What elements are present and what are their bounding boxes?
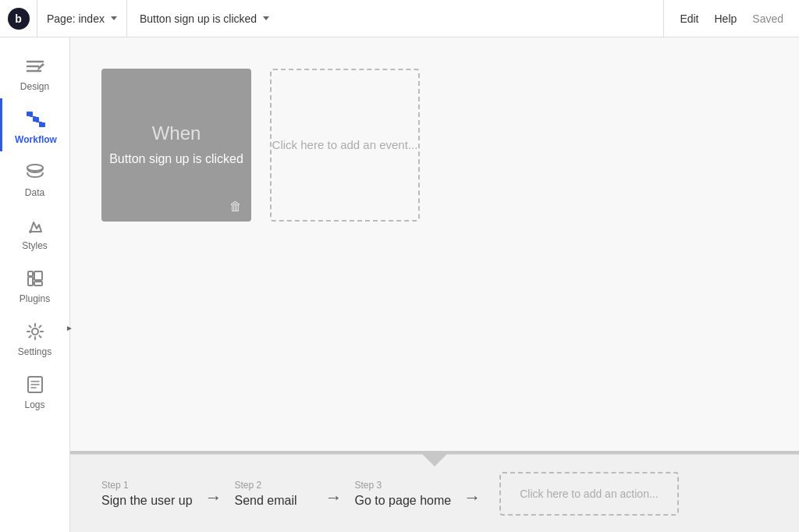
step-1-name: Sign the user up: [101, 494, 193, 508]
page-chevron-icon: [111, 16, 117, 20]
saved-status: Saved: [752, 12, 783, 25]
workflow-selector[interactable]: Button sign up is clicked: [127, 0, 664, 37]
workflow-divider: [70, 451, 799, 454]
settings-icon: [23, 320, 47, 343]
data-label: Data: [25, 187, 44, 198]
sidebar-item-workflow[interactable]: Workflow: [0, 98, 69, 151]
app-logo[interactable]: b: [0, 0, 37, 37]
svg-rect-4: [33, 117, 39, 122]
sidebar-item-settings[interactable]: Settings: [0, 310, 69, 364]
sidebar-item-styles[interactable]: Styles: [0, 204, 69, 257]
step-arrow-3: →: [463, 480, 481, 508]
help-button[interactable]: Help: [715, 12, 737, 25]
header-actions: Edit Help Saved: [664, 12, 799, 25]
step-2[interactable]: Step 2 Send email: [235, 480, 313, 508]
step-3-label: Step 3: [355, 480, 452, 491]
divider-arrow-icon: [422, 454, 447, 466]
sidebar-item-plugins[interactable]: Plugins: [0, 257, 69, 310]
svg-rect-11: [28, 271, 33, 276]
step-2-name: Send email: [235, 494, 313, 508]
sidebar-item-design[interactable]: Design: [0, 45, 69, 98]
add-event-label: Click here to add an event...: [272, 137, 418, 154]
when-title: When: [152, 122, 201, 144]
main-layout: Design Workflow: [0, 37, 799, 532]
edit-button[interactable]: Edit: [680, 12, 698, 25]
styles-label: Styles: [22, 240, 48, 251]
svg-line-7: [36, 122, 42, 122]
svg-line-6: [30, 116, 36, 117]
workflow-canvas: When Button sign up is clicked 🗑 Click h…: [70, 37, 799, 451]
content-area: When Button sign up is clicked 🗑 Click h…: [70, 37, 799, 532]
step-2-label: Step 2: [235, 480, 313, 491]
page-label: Page: index: [47, 12, 105, 25]
header: b Page: index Button sign up is clicked …: [0, 0, 799, 37]
sidebar-item-logs[interactable]: Logs: [0, 364, 69, 417]
svg-rect-12: [34, 271, 42, 280]
workflow-label-sidebar: Workflow: [15, 134, 57, 145]
workflow-chevron-icon: [263, 16, 269, 20]
add-event-block[interactable]: Click here to add an event...: [270, 69, 420, 222]
settings-label: Settings: [18, 346, 51, 357]
logo-icon: b: [8, 8, 30, 30]
step-1[interactable]: Step 1 Sign the user up: [101, 480, 193, 508]
plugins-icon: [23, 267, 47, 290]
logs-label: Logs: [24, 399, 44, 410]
logs-icon: [23, 373, 47, 396]
sidebar-expand-button[interactable]: ►: [63, 321, 76, 334]
page-selector[interactable]: Page: index: [37, 0, 127, 37]
svg-rect-3: [27, 112, 33, 116]
add-action-block[interactable]: Click here to add an action...: [499, 472, 678, 516]
design-icon: [23, 55, 47, 78]
svg-point-14: [32, 328, 38, 335]
svg-rect-5: [39, 122, 45, 127]
data-icon: [23, 161, 47, 184]
svg-point-8: [27, 165, 43, 171]
step-arrow-1: →: [205, 480, 222, 508]
step-1-label: Step 1: [101, 480, 193, 491]
svg-rect-13: [34, 282, 42, 286]
styles-icon: [23, 214, 47, 237]
design-label: Design: [20, 81, 49, 92]
add-action-label: Click here to add an action...: [520, 488, 658, 500]
step-arrow-2: →: [325, 480, 343, 508]
delete-trigger-icon[interactable]: 🗑: [229, 200, 242, 214]
sidebar-item-data[interactable]: Data: [0, 151, 69, 204]
svg-rect-10: [28, 277, 33, 286]
svg-point-9: [29, 230, 32, 233]
step-3[interactable]: Step 3 Go to page home: [355, 480, 452, 508]
plugins-label: Plugins: [20, 293, 50, 304]
workflow-icon: [24, 108, 48, 131]
workflow-label: Button sign up is clicked: [140, 12, 257, 25]
when-content: Button sign up is clicked: [109, 151, 243, 168]
sidebar: Design Workflow: [0, 37, 70, 532]
when-trigger-block[interactable]: When Button sign up is clicked 🗑: [101, 69, 251, 222]
step-3-name: Go to page home: [355, 494, 452, 508]
